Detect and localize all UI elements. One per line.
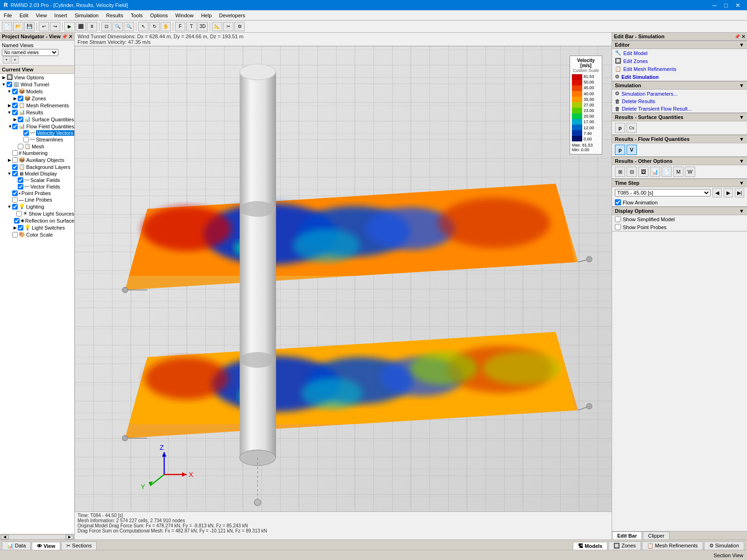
tb-clip[interactable]: ✂ (223, 22, 233, 31)
edit-bar-tab[interactable]: Edit Bar (612, 532, 642, 539)
menu-insert[interactable]: Insert (50, 12, 71, 19)
editor-collapse-icon[interactable]: ▼ (739, 42, 744, 48)
clipper-tab[interactable]: Clipper (643, 532, 669, 539)
tree-toggle-icon[interactable]: ▶ (12, 117, 18, 122)
tree-checkbox[interactable] (18, 184, 23, 189)
bottom-tab-mesh[interactable]: 📋 Mesh Refinements (642, 541, 703, 550)
tree-checkbox[interactable] (12, 204, 18, 210)
display-options-collapse-icon[interactable]: ▼ (739, 208, 744, 214)
results-other-collapse-icon[interactable]: ▼ (739, 158, 744, 164)
tree-checkbox[interactable] (16, 211, 22, 217)
tree-item[interactable]: ▼📦Models (0, 88, 74, 95)
bottom-tab-data[interactable]: 📊 Data (2, 541, 31, 550)
tree-checkbox[interactable] (18, 177, 23, 183)
tree-item[interactable]: ▶📋Mesh Refinements (0, 102, 74, 109)
flow-btn-p[interactable]: p (615, 145, 625, 155)
tree-checkbox[interactable] (18, 117, 23, 122)
scroll-left-btn[interactable]: ◀ (1, 535, 8, 539)
other-btn-5[interactable]: 📄 (662, 167, 672, 177)
close-button[interactable]: ✕ (733, 2, 743, 9)
tree-item[interactable]: ▼📊Flow Field Quantities (0, 123, 74, 130)
bottom-tab-zones[interactable]: 🔲 Zones (608, 541, 641, 550)
tree-checkbox[interactable] (23, 130, 29, 136)
bottom-tab-models[interactable]: 🏗 Models (573, 542, 607, 550)
menu-help[interactable]: Help (197, 12, 216, 19)
tb-undo[interactable]: ↩ (39, 22, 49, 31)
tb-open[interactable]: 📂 (13, 22, 23, 31)
simulation-params-link[interactable]: Simulation Parameters... (621, 91, 677, 97)
surface-btn-cs[interactable]: Cs (627, 123, 637, 133)
minimize-button[interactable]: ─ (710, 2, 719, 9)
tb-new[interactable]: 📄 (2, 22, 12, 31)
tree-checkbox[interactable] (12, 110, 18, 115)
other-btn-3[interactable]: 🖼 (638, 167, 648, 177)
delete-results-link[interactable]: Delete Results (622, 98, 655, 104)
tree-item[interactable]: ▼🖥Model Display (0, 170, 74, 177)
edit-simulation-link[interactable]: Edit Simulation (621, 74, 659, 80)
bottom-tab-view[interactable]: 👁 View (32, 542, 60, 550)
tree-checkbox[interactable] (18, 144, 23, 149)
menu-results[interactable]: Results (102, 12, 127, 19)
ts-play-btn[interactable]: ▶| (735, 188, 744, 197)
tree-toggle-icon[interactable]: ▼ (1, 82, 7, 87)
edit-model-link[interactable]: Edit Model (623, 50, 648, 56)
tree-checkbox[interactable] (18, 225, 23, 231)
tree-item[interactable]: ▼💡Lighting (0, 203, 74, 210)
flow-btn-v[interactable]: V (627, 145, 637, 155)
bottom-tab-simulation[interactable]: ⚙ Simulation (704, 541, 744, 550)
other-btn-1[interactable]: ⊞ (615, 167, 625, 177)
pin-right-icon[interactable]: 📌 (734, 34, 740, 39)
tree-item[interactable]: 〰Streamlines (0, 136, 74, 143)
other-btn-2[interactable]: ⊟ (627, 167, 637, 177)
tb-view-front[interactable]: F (175, 22, 185, 31)
bottom-tab-sections[interactable]: ✂ Sections (61, 541, 97, 550)
tree-toggle-icon[interactable]: ▼ (7, 110, 12, 115)
tree-item[interactable]: ▶📦Zones (0, 95, 74, 102)
tree-item[interactable]: ▶📦Auxiliary Objects (0, 156, 74, 163)
show-simplified-checkbox[interactable] (615, 216, 621, 222)
tb-pan[interactable]: ✋ (161, 22, 171, 31)
tree-checkbox[interactable] (12, 232, 18, 238)
horizontal-scrollbar[interactable]: ◀ ▶ (0, 534, 74, 539)
tree-checkbox[interactable] (12, 103, 18, 108)
results-surface-collapse-icon[interactable]: ▼ (739, 114, 744, 120)
menu-tools[interactable]: Tools (127, 12, 147, 19)
tree-checkbox[interactable] (14, 218, 20, 224)
tree-item[interactable]: ▼🏢Wind Tunnel (0, 81, 74, 88)
tb-select[interactable]: ↖ (138, 22, 148, 31)
tree-toggle-icon[interactable]: ▶ (12, 225, 18, 230)
close-panel-icon[interactable]: ✕ (69, 34, 72, 39)
tb-zoom-out[interactable]: 🔍 (124, 22, 134, 31)
tree-checkbox[interactable] (12, 171, 18, 176)
menu-edit[interactable]: Edit (16, 12, 32, 19)
menu-window[interactable]: Window (172, 12, 197, 19)
tree-checkbox[interactable] (12, 164, 18, 170)
tree-toggle-icon[interactable]: ▶ (1, 75, 7, 80)
tb-redo[interactable]: ↪ (50, 22, 60, 31)
tree-item[interactable]: ▼📊Results (0, 109, 74, 116)
tree-checkbox[interactable] (12, 197, 18, 203)
tree-toggle-icon[interactable]: ▼ (7, 171, 12, 176)
other-btn-6[interactable]: M (673, 167, 684, 177)
edit-zones-link[interactable]: Edit Zones (623, 58, 648, 64)
tree-item[interactable]: 📋Background Layers (0, 163, 74, 170)
tree-toggle-icon[interactable]: ▶ (12, 96, 18, 101)
tree-item[interactable]: 〰Velocity Vectors (0, 130, 74, 136)
tree-checkbox[interactable] (12, 150, 18, 156)
results-flow-collapse-icon[interactable]: ▼ (739, 136, 744, 142)
named-views-select[interactable]: No named views (2, 49, 58, 56)
tree-item[interactable]: #Numbering (0, 150, 74, 156)
tb-view-3d[interactable]: 3D (197, 22, 208, 31)
scroll-right-btn[interactable]: ▶ (66, 535, 73, 539)
tree-checkbox[interactable] (12, 124, 18, 129)
tree-item[interactable]: —Line Probes (0, 196, 74, 203)
other-btn-7[interactable]: W (685, 167, 695, 177)
tb-rotate[interactable]: ↻ (149, 22, 160, 31)
tree-checkbox[interactable] (12, 89, 18, 94)
del-named-view-button[interactable]: × (11, 56, 19, 63)
menu-file[interactable]: File (0, 12, 16, 19)
tree-item[interactable]: •Point Probes (0, 190, 74, 196)
tree-item[interactable]: 🎨Color Scale (0, 231, 74, 238)
menu-developers[interactable]: Developers (215, 12, 249, 19)
tb-pause[interactable]: ⏸ (87, 22, 97, 31)
